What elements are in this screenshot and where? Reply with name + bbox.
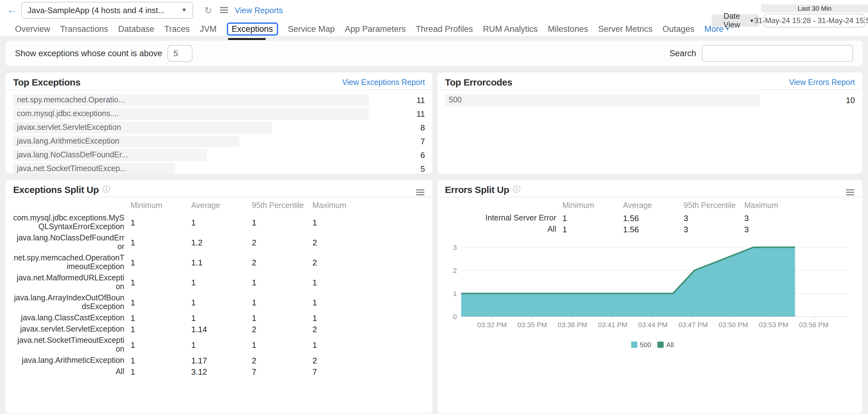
tab-server-metrics[interactable]: Server Metrics: [598, 24, 652, 33]
errors-splitup-title: Errors Split Up: [445, 184, 509, 195]
cell-value: 1: [124, 356, 185, 365]
chart-legend: 500All: [442, 341, 862, 348]
back-icon[interactable]: ←: [7, 5, 17, 15]
legend-label: 500: [640, 341, 651, 348]
cell-value: 7: [246, 367, 306, 376]
exceptions-splitup-panel: Exceptions Split Up ⓘ MinimumAverage95th…: [6, 180, 432, 413]
cell-value: 3: [677, 213, 738, 222]
search-label: Search: [669, 49, 696, 58]
bar-count: 10: [834, 96, 855, 105]
info-icon[interactable]: ⓘ: [513, 184, 521, 195]
exception-count-input[interactable]: [167, 45, 192, 62]
tab-milestones[interactable]: Milestones: [548, 24, 588, 33]
info-icon[interactable]: ⓘ: [102, 184, 110, 195]
exception-row[interactable]: java.lang.NoClassDefFoundEr...6: [13, 149, 425, 161]
table-row: Internal Server Error11.5633: [445, 212, 855, 223]
cell-value: 1: [124, 298, 185, 307]
column-header: Average: [185, 201, 246, 210]
legend-item-500[interactable]: 500: [631, 341, 651, 348]
cell-value: 2: [306, 324, 425, 334]
bar-track: java.lang.ArithmeticException: [13, 136, 404, 147]
table-header-row: MinimumAverage95th PercentileMaximum: [445, 200, 855, 211]
cell-value: 1: [556, 213, 617, 222]
search-input[interactable]: [702, 45, 853, 62]
cell-value: 1: [246, 340, 306, 349]
app-selector-value: Java-SampleApp (4 hosts and 4 inst...: [28, 5, 181, 15]
table-row: net.spy.memcached.OperationTimeoutExcept…: [13, 252, 425, 272]
top-errorcodes-title: Top Errorcodes: [445, 77, 513, 88]
cell-value: 1: [124, 278, 185, 287]
table-header-row: MinimumAverage95th PercentileMaximum: [13, 200, 425, 211]
row-label: java.lang.NoClassDefFoundError: [13, 232, 124, 252]
errors-area-chart: 012303:32 PM03:35 PM03:38 PM03:41 PM03:4…: [442, 242, 855, 334]
errors-chart: 012303:32 PM03:35 PM03:38 PM03:41 PM03:4…: [437, 242, 862, 348]
bar-count: 11: [404, 96, 425, 105]
svg-text:03:38 PM: 03:38 PM: [558, 321, 587, 329]
exception-row[interactable]: net.spy.memcached.Operatio...11: [13, 94, 425, 106]
cell-value: 2: [306, 238, 425, 247]
cell-value: 1: [246, 298, 306, 307]
app-selector-dropdown[interactable]: Java-SampleApp (4 hosts and 4 inst... ▼: [21, 2, 193, 19]
top-errorcodes-list: 50010: [437, 90, 862, 106]
chevron-down-icon: ▼: [749, 18, 754, 24]
errorcode-row[interactable]: 50010: [445, 94, 855, 106]
cell-value: 3: [677, 225, 738, 234]
tab-thread-profiles[interactable]: Thread Profiles: [415, 24, 473, 33]
row-label: javax.servlet.ServletException: [13, 323, 124, 335]
row-label: net.spy.memcached.OperationTimeoutExcept…: [13, 252, 124, 272]
errors-splitup-table: MinimumAverage95th PercentileMaximumInte…: [437, 197, 862, 235]
time-range-chip[interactable]: Last 30 Min: [761, 4, 868, 12]
tab-app-parameters[interactable]: App Parameters: [345, 24, 406, 33]
cell-value: 1: [306, 298, 425, 307]
cell-value: 2: [246, 238, 306, 247]
bar-track: java.net.SocketTimeoutExcep...: [13, 163, 404, 174]
table-row: All13.1277: [13, 366, 425, 377]
cell-value: 1: [306, 340, 425, 349]
exception-row[interactable]: java.net.SocketTimeoutExcep...5: [13, 163, 425, 174]
tab-database[interactable]: Database: [118, 24, 154, 33]
exception-row[interactable]: java.lang.ArithmeticException7: [13, 136, 425, 147]
tab-rum-analytics[interactable]: RUM Analytics: [483, 24, 538, 33]
tab-traces[interactable]: Traces: [164, 24, 190, 33]
table-row: java.lang.ArithmeticException11.1722: [13, 355, 425, 366]
cell-value: 1: [185, 298, 246, 307]
bar-track: 500: [445, 94, 834, 106]
cell-value: 1: [185, 313, 246, 322]
cell-value: 1: [185, 340, 246, 349]
exception-row[interactable]: com.mysql.jdbc.exceptions....11: [13, 108, 425, 120]
bar-count: 7: [404, 137, 425, 146]
date-range-box[interactable]: 31-May-24 15:28 - 31-May-24 15:58: [764, 14, 865, 28]
filter-bar: Show exceptions whose count is above Sea…: [6, 41, 862, 66]
legend-swatch: [657, 342, 664, 348]
panel-menu-button[interactable]: [415, 181, 425, 198]
hamburger-icon: [846, 192, 854, 193]
top-exceptions-title: Top Exceptions: [13, 77, 81, 88]
tab-jvm[interactable]: JVM: [200, 24, 217, 33]
svg-text:03:50 PM: 03:50 PM: [719, 321, 748, 329]
panel-menu-button[interactable]: [845, 181, 855, 198]
legend-item-all[interactable]: All: [657, 341, 674, 348]
cell-value: 1: [124, 367, 185, 376]
date-view-button[interactable]: Date View ▼: [712, 14, 759, 27]
cell-value: 1: [124, 238, 185, 247]
tab-service-map[interactable]: Service Map: [288, 24, 335, 33]
view-exceptions-report-link[interactable]: View Exceptions Report: [342, 78, 425, 87]
tab-outages[interactable]: Outages: [662, 24, 694, 33]
view-errors-report-link[interactable]: View Errors Report: [789, 78, 855, 87]
svg-text:03:35 PM: 03:35 PM: [518, 321, 547, 329]
table-row: com.mysql.jdbc.exceptions.MySQLSyntaxErr…: [13, 212, 425, 232]
svg-text:0: 0: [453, 313, 457, 321]
cell-value: 1: [185, 278, 246, 287]
tab-transactions[interactable]: Transactions: [60, 24, 108, 33]
tab-exceptions[interactable]: Exceptions: [226, 22, 278, 35]
exception-row[interactable]: javax.servlet.ServletException8: [13, 122, 425, 134]
column-header-empty: [445, 204, 556, 207]
view-reports-link[interactable]: View Reports: [235, 5, 283, 15]
cell-value: 1: [246, 218, 306, 227]
refresh-icon[interactable]: ↻: [204, 5, 212, 15]
list-menu-icon[interactable]: [220, 9, 228, 11]
bar-label: net.spy.memcached.Operatio...: [17, 94, 125, 106]
tab-overview[interactable]: Overview: [15, 24, 50, 33]
bar-label: java.lang.NoClassDefFoundEr...: [17, 149, 128, 161]
cell-value: 1.2: [185, 238, 246, 247]
